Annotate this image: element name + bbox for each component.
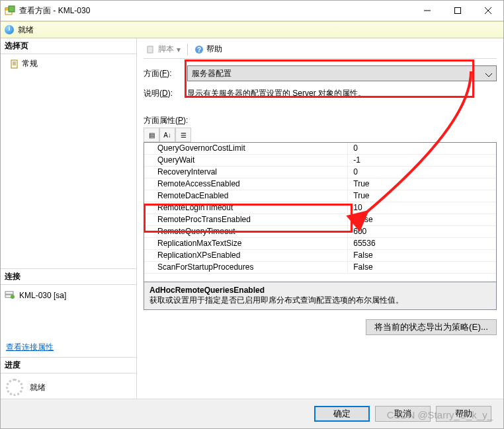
status-strip: 就绪 [1, 21, 503, 38]
property-name: QueryGovernorCostLimit [144, 143, 348, 154]
property-name: ReplicationXPsEnabled [144, 250, 348, 261]
script-icon [146, 45, 155, 54]
property-value[interactable]: 0 [348, 167, 496, 178]
property-row[interactable]: ReplicationMaxTextSize65536 [144, 238, 496, 250]
svg-rect-7 [11, 60, 17, 68]
property-value[interactable]: False [348, 262, 496, 273]
script-button[interactable]: 脚本 ▾ [144, 42, 183, 56]
page-tree[interactable]: 常规 [1, 54, 136, 73]
property-row[interactable]: ScanForStartupProceduresFalse [144, 262, 496, 274]
maximize-button[interactable] [442, 1, 473, 20]
dialog-body: 选择页 常规 连接 KML-030 [sa] 查看连接属性 [1, 38, 503, 401]
ok-button[interactable]: 确定 [314, 406, 370, 422]
script-label: 脚本 [158, 44, 174, 55]
property-value[interactable]: 0 [348, 143, 496, 154]
right-panel: 脚本 ▾ ? 帮助 方面(F): 服务器配置 说明(D): 显示有关服务器的配置… [137, 38, 503, 401]
svg-point-13 [11, 295, 15, 299]
property-name: RecoveryInterval [144, 167, 348, 178]
property-description-box: AdHocRemoteQueriesEnabled 获取或设置用于指定是否已启用… [144, 282, 497, 310]
help-toolbar-button[interactable]: ? 帮助 [192, 42, 225, 56]
progress-header: 进度 [1, 358, 136, 373]
toolbar: 脚本 ▾ ? 帮助 [144, 42, 497, 59]
connection-section: 连接 KML-030 [sa] 查看连接属性 [1, 268, 136, 357]
property-value[interactable]: False [348, 250, 496, 261]
minimize-button[interactable] [412, 1, 442, 20]
description-label: 说明(D): [144, 88, 181, 99]
facet-row: 方面(F): 服务器配置 [144, 65, 497, 81]
property-grid[interactable]: QueryGovernorCostLimit0QueryWait-1Recove… [144, 142, 497, 282]
property-name: ScanForStartupProcedures [144, 262, 348, 273]
property-row[interactable]: QueryWait-1 [144, 155, 496, 167]
property-value[interactable]: 10 [348, 202, 496, 214]
svg-rect-2 [9, 6, 15, 12]
toolbar-separator [187, 44, 188, 56]
property-row[interactable]: RemoteAccessEnabledTrue [144, 178, 496, 190]
property-value[interactable]: 600 [348, 226, 496, 237]
dialog-window: 查看方面 - KML-030 就绪 选择页 常规 连接 [0, 0, 504, 429]
facet-label: 方面(F): [144, 68, 181, 79]
svg-rect-11 [5, 292, 13, 294]
property-value[interactable]: False [348, 214, 496, 225]
connection-header: 连接 [1, 269, 136, 285]
close-button[interactable] [473, 1, 503, 20]
left-panel: 选择页 常规 连接 KML-030 [sa] 查看连接属性 [1, 38, 137, 401]
property-row[interactable]: RemoteProcTransEnabledFalse [144, 214, 496, 226]
progress-section: 进度 就绪 [1, 357, 136, 401]
tree-item-general[interactable]: 常规 [1, 57, 136, 71]
description-row: 说明(D): 显示有关服务器的配置设置的 Server 对象的属性。 [144, 88, 497, 99]
progress-spinner-icon [6, 379, 23, 396]
property-value[interactable]: 65536 [348, 238, 496, 249]
svg-text:?: ? [197, 46, 201, 54]
property-row[interactable]: QueryGovernorCostLimit0 [144, 143, 496, 155]
select-page-header: 选择页 [1, 38, 136, 54]
alphabetical-button[interactable]: A↓ [159, 128, 175, 142]
help-label: 帮助 [206, 44, 222, 55]
app-icon [5, 5, 15, 16]
property-row[interactable]: RecoveryInterval0 [144, 167, 496, 178]
svg-rect-4 [455, 8, 461, 14]
server-row: KML-030 [sa] [5, 289, 132, 302]
server-icon [5, 290, 15, 301]
help-button[interactable]: 帮助 [436, 406, 491, 422]
help-icon: ? [194, 45, 204, 54]
property-name: RemoteAccessEnabled [144, 178, 348, 190]
property-row[interactable]: RemoteLoginTimeout10 [144, 202, 496, 214]
property-value[interactable]: -1 [348, 155, 496, 166]
property-description-title: AdHocRemoteQueriesEnabled [149, 286, 491, 295]
view-connection-props-link[interactable]: 查看连接属性 [6, 342, 54, 353]
propertygrid-toolbar: ▤ A↓ ☰ [144, 128, 497, 142]
page-icon [10, 59, 19, 69]
property-description-body: 获取或设置用于指定是否已启用即席分布式查询配置选项的布尔属性值。 [149, 295, 491, 306]
facet-properties-section: 方面属性(P): ▤ A↓ ☰ QueryGovernorCostLimit0Q… [144, 115, 497, 310]
window-title: 查看方面 - KML-030 [19, 5, 90, 17]
description-text: 显示有关服务器的配置设置的 Server 对象的属性。 [187, 88, 497, 99]
info-icon [5, 25, 14, 34]
facet-properties-label: 方面属性(P): [144, 115, 497, 126]
categorized-button[interactable]: ▤ [144, 128, 159, 142]
property-name: QueryWait [144, 155, 348, 166]
dropdown-caret-icon: ▾ [177, 45, 181, 54]
property-name: RemoteProcTransEnabled [144, 214, 348, 225]
property-name: RemoteDacEnabled [144, 190, 348, 202]
property-row[interactable]: ReplicationXPsEnabledFalse [144, 250, 496, 262]
tree-item-label: 常规 [22, 58, 38, 69]
property-name: ReplicationMaxTextSize [144, 238, 348, 249]
titlebar: 查看方面 - KML-030 [1, 1, 503, 21]
cancel-button[interactable]: 取消 [375, 406, 431, 422]
property-name: RemoteQueryTimeout [144, 226, 348, 237]
dialog-footer: 确定 取消 帮助 [1, 399, 503, 428]
property-row[interactable]: RemoteQueryTimeout600 [144, 226, 496, 238]
progress-text: 就绪 [30, 382, 46, 393]
property-name: RemoteLoginTimeout [144, 202, 348, 214]
server-name: KML-030 [sa] [19, 291, 66, 300]
facet-value: 服务器配置 [192, 68, 231, 79]
export-policy-button[interactable]: 将当前的状态导出为策略(E)... [366, 319, 497, 335]
property-row[interactable]: RemoteDacEnabledTrue [144, 190, 496, 202]
property-pages-button[interactable]: ☰ [175, 128, 191, 142]
chevron-down-icon [485, 70, 492, 79]
property-value[interactable]: True [348, 190, 496, 202]
status-text: 就绪 [18, 24, 34, 36]
svg-rect-14 [147, 46, 153, 53]
facet-combobox[interactable]: 服务器配置 [187, 65, 497, 81]
property-value[interactable]: True [348, 178, 496, 190]
